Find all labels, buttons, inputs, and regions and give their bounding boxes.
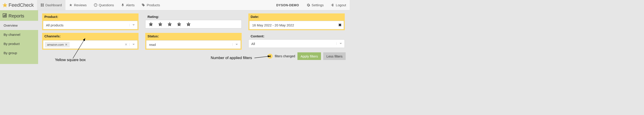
nav-label: Settings: [312, 3, 324, 7]
nav-items-right: DYSON-DEMO Settings Logout: [272, 0, 350, 10]
svg-rect-3: [40, 5, 42, 6]
nav-reviews[interactable]: Reviews: [66, 0, 90, 10]
nav-items-left: Dashboard Reviews ? Questions Alerts Pro…: [37, 0, 164, 10]
sidebar-item-by-product[interactable]: By product: [0, 39, 38, 48]
filter-date: Date: 16 May 2022 - 20 May 2022 ✖: [248, 13, 345, 30]
rating-control[interactable]: 1 2 3 4 5: [145, 20, 242, 28]
nav-label: Logout: [336, 3, 346, 7]
grid-icon: [40, 3, 44, 7]
svg-point-8: [142, 4, 143, 4]
chevron-down-icon: [129, 43, 138, 46]
filters-changed-text: filters changed: [275, 54, 295, 58]
star-rating-3[interactable]: 3: [168, 22, 172, 26]
nav-label: Alerts: [126, 3, 134, 7]
star-rating-4[interactable]: 4: [177, 22, 181, 26]
nav-settings[interactable]: Settings: [303, 0, 327, 10]
apply-filters-button[interactable]: Apply filters: [298, 52, 321, 60]
select-value: read: [146, 43, 232, 47]
close-icon[interactable]: ✖: [336, 23, 344, 27]
filter-content: Content: All: [248, 33, 345, 50]
date-input[interactable]: 16 May 2022 - 20 May 2022 ✖: [249, 21, 344, 29]
nav-products[interactable]: Products: [138, 0, 164, 10]
nav-label: Reviews: [74, 3, 87, 7]
product-select[interactable]: All products: [43, 21, 138, 29]
filter-actions: 4 filters changed Apply filters Less fil…: [42, 52, 346, 60]
nav-user: DYSON-DEMO: [272, 0, 303, 10]
channel-chip: amazon.com ✕: [45, 42, 70, 47]
gear-icon: [307, 3, 310, 7]
less-filters-button[interactable]: Less filters: [323, 52, 346, 60]
sidebar-item-overview[interactable]: Overview: [0, 21, 38, 30]
logout-icon: [331, 3, 334, 7]
brand-text: FeedCheck: [8, 2, 34, 8]
select-value: All: [248, 42, 336, 46]
filters-count-badge: 4: [268, 54, 272, 59]
filter-channels: Channels: amazon.com ✕ ✕: [42, 33, 138, 50]
tag-icon: [142, 3, 145, 7]
star-outline-icon: [69, 3, 72, 7]
nav-label: Dashboard: [46, 3, 62, 7]
chart-icon: [3, 13, 7, 18]
sidebar-title-text: Reports: [8, 13, 24, 18]
svg-rect-1: [40, 3, 42, 5]
filter-label: Status:: [145, 33, 242, 39]
nav-label: Products: [146, 3, 160, 7]
sidebar-item-by-channel[interactable]: By channel: [0, 30, 38, 39]
brand: FeedCheck: [0, 0, 37, 10]
filter-status: Status: read: [145, 33, 242, 50]
svg-marker-0: [2, 3, 8, 7]
star-icon: [2, 2, 8, 8]
sidebar: Reports Overview By channel By product B…: [0, 10, 38, 64]
content-select[interactable]: All: [248, 39, 345, 48]
nav-dashboard[interactable]: Dashboard: [37, 0, 66, 10]
sidebar-title: Reports: [0, 11, 38, 21]
star-rating-2[interactable]: 2: [158, 22, 162, 26]
star-rating-5[interactable]: 5: [186, 22, 191, 26]
nav-alerts[interactable]: Alerts: [118, 0, 138, 10]
svg-text:?: ?: [95, 4, 96, 6]
chevron-down-icon: [232, 43, 240, 46]
svg-rect-11: [4, 15, 5, 17]
status-select[interactable]: read: [146, 40, 241, 49]
svg-rect-2: [42, 3, 44, 5]
filter-label: Product:: [42, 13, 138, 20]
date-value: 16 May 2022 - 20 May 2022: [250, 23, 336, 27]
filters-panel: Product: All products Rating: 1: [38, 10, 350, 64]
filter-label: Content:: [248, 33, 345, 39]
star-rating-1[interactable]: 1: [148, 22, 153, 26]
select-value: All products: [43, 23, 129, 27]
filter-label: Channels:: [42, 33, 138, 39]
channels-select[interactable]: amazon.com ✕ ✕: [43, 40, 138, 49]
bell-icon: [121, 3, 124, 7]
chevron-down-icon: [129, 24, 138, 26]
svg-marker-5: [69, 3, 72, 6]
svg-rect-12: [6, 14, 6, 16]
nav-questions[interactable]: ? Questions: [90, 0, 118, 10]
chip-remove-icon[interactable]: ✕: [65, 43, 68, 46]
question-icon: ?: [94, 3, 97, 7]
chip-label: amazon.com: [47, 43, 64, 46]
sidebar-item-by-group[interactable]: By group: [0, 48, 38, 57]
nav-logout[interactable]: Logout: [327, 0, 350, 10]
svg-rect-10: [4, 15, 4, 17]
clear-icon[interactable]: ✕: [122, 42, 129, 47]
filter-label: Date:: [248, 13, 345, 20]
nav-label: Questions: [99, 3, 114, 7]
chevron-down-icon: [336, 42, 344, 45]
filter-rating: Rating: 1 2 3: [145, 13, 242, 30]
top-nav: FeedCheck Dashboard Reviews ? Questions …: [0, 0, 350, 10]
filter-product: Product: All products: [42, 13, 138, 30]
svg-rect-4: [42, 5, 44, 6]
filter-label: Rating:: [145, 13, 242, 20]
